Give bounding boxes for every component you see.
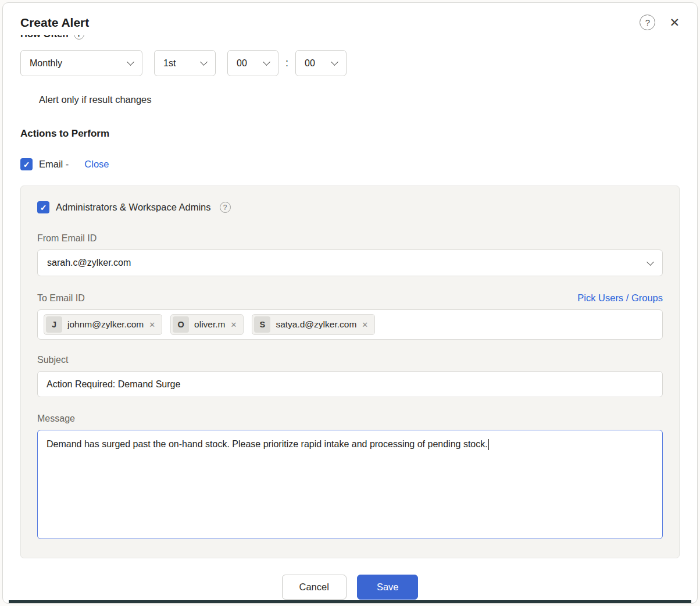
page-title: Create Alert xyxy=(20,16,89,30)
close-icon[interactable]: ✕ xyxy=(669,16,680,28)
email-action-row: ✓ Email - Close xyxy=(20,158,680,170)
from-email-label: From Email ID xyxy=(37,233,663,244)
recipient-chip: S satya.d@zylker.com ✕ xyxy=(252,314,375,335)
from-email-select[interactable]: sarah.c@zylker.com xyxy=(37,249,663,276)
remove-recipient-icon[interactable]: ✕ xyxy=(230,320,237,329)
schedule-selects-row: Monthly 1st 00 : 00 xyxy=(20,50,680,76)
how-often-label: How Often xyxy=(20,35,69,40)
alert-only-checkbox[interactable] xyxy=(20,94,33,106)
message-label: Message xyxy=(37,413,663,424)
email-settings-panel: ✓ Administrators & Workspace Admins ? Fr… xyxy=(20,186,680,558)
subject-input[interactable]: Action Required: Demand Surge xyxy=(37,371,663,397)
remove-recipient-icon[interactable]: ✕ xyxy=(362,320,368,329)
how-often-label-row: How Often i xyxy=(20,35,680,40)
time-colon-separator: : xyxy=(285,57,288,69)
recipient-chip: J johnm@zylker.com ✕ xyxy=(44,314,162,335)
avatar: S xyxy=(254,316,270,333)
day-value: 1st xyxy=(163,58,176,69)
chevron-down-icon xyxy=(263,58,270,66)
email-label: Email - xyxy=(39,159,69,170)
save-button[interactable]: Save xyxy=(357,575,419,600)
dialog-header: Create Alert ? ✕ xyxy=(3,3,697,35)
pick-users-groups-link[interactable]: Pick Users / Groups xyxy=(577,293,663,304)
email-checkbox[interactable]: ✓ xyxy=(20,158,33,170)
alert-only-label: Alert only if result changes xyxy=(39,94,152,105)
dialog-content: How Often i Monthly 1st 00 : 00 xyxy=(3,35,697,600)
chevron-down-icon xyxy=(647,258,654,266)
admins-label: Administrators & Workspace Admins xyxy=(56,202,211,213)
recipient-email: oliver.m xyxy=(194,319,225,330)
create-alert-dialog: Create Alert ? ✕ How Often i Monthly 1st… xyxy=(2,2,698,604)
day-select[interactable]: 1st xyxy=(154,50,216,76)
hour-select[interactable]: 00 xyxy=(227,50,278,76)
avatar: O xyxy=(173,316,189,333)
header-icons: ? ✕ xyxy=(640,15,680,30)
admins-row: ✓ Administrators & Workspace Admins ? xyxy=(37,201,663,213)
recipient-chip: O oliver.m ✕ xyxy=(170,314,244,335)
chevron-down-icon xyxy=(127,58,134,66)
bottom-edge-bar xyxy=(9,600,691,603)
chevron-down-icon xyxy=(331,58,338,66)
to-email-field[interactable]: J johnm@zylker.com ✕ O oliver.m ✕ S saty… xyxy=(37,309,663,340)
minute-value: 00 xyxy=(305,58,315,69)
help-icon[interactable]: ? xyxy=(640,15,655,30)
to-email-header: To Email ID Pick Users / Groups xyxy=(37,293,663,304)
hour-value: 00 xyxy=(237,58,247,69)
question-icon[interactable]: ? xyxy=(220,202,231,213)
subject-value: Action Required: Demand Surge xyxy=(47,379,180,390)
to-email-label: To Email ID xyxy=(37,293,85,304)
recipient-email: johnm@zylker.com xyxy=(67,319,144,330)
email-close-link[interactable]: Close xyxy=(84,159,109,170)
from-email-value: sarah.c@zylker.com xyxy=(47,258,131,268)
info-icon[interactable]: i xyxy=(74,35,84,40)
cancel-button[interactable]: Cancel xyxy=(282,575,347,600)
actions-heading: Actions to Perform xyxy=(20,128,680,140)
message-value: Demand has surged past the on-hand stock… xyxy=(47,439,488,449)
subject-label: Subject xyxy=(37,355,663,365)
chevron-down-icon xyxy=(200,58,208,66)
frequency-select[interactable]: Monthly xyxy=(20,50,142,76)
minute-select[interactable]: 00 xyxy=(295,50,347,76)
text-caret xyxy=(488,439,490,450)
admins-checkbox[interactable]: ✓ xyxy=(37,201,49,213)
dialog-footer: Cancel Save xyxy=(20,575,680,600)
remove-recipient-icon[interactable]: ✕ xyxy=(149,320,155,329)
alert-only-row: Alert only if result changes xyxy=(20,94,680,106)
how-often-clipped-row: How Often i xyxy=(20,35,680,43)
avatar: J xyxy=(46,316,62,333)
message-textarea[interactable]: Demand has surged past the on-hand stock… xyxy=(37,430,663,539)
frequency-value: Monthly xyxy=(30,58,62,69)
recipient-email: satya.d@zylker.com xyxy=(276,319,356,330)
